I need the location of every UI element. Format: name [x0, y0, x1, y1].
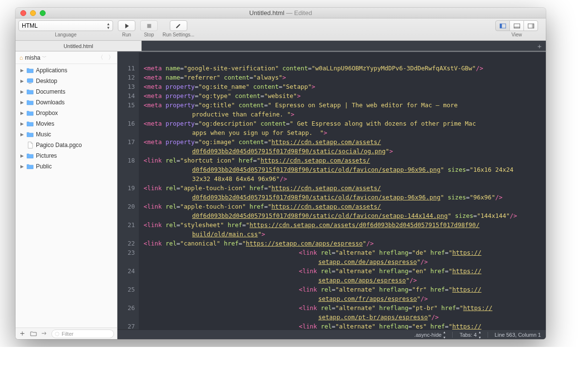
panel-left-icon: [500, 23, 506, 29]
language-select[interactable]: HTML ▴▾: [18, 20, 113, 31]
app-window: Untitled.html — Edited HTML ▴▾ Language …: [16, 8, 546, 339]
folder-icon: [26, 120, 34, 128]
folder-item[interactable]: ▶Applications: [16, 65, 117, 76]
desktop-icon: [26, 77, 34, 85]
disclosure-triangle-icon[interactable]: ▶: [19, 68, 24, 73]
folder-icon: [26, 131, 34, 138]
disclosure-triangle-icon[interactable]: ▶: [19, 111, 24, 115]
titlebar[interactable]: Untitled.html — Edited: [16, 8, 546, 18]
statusbar: .async-hide▴▾ Tabs: 4▴▾ Line 563, Column…: [117, 329, 546, 339]
folder-item[interactable]: ▶Music: [16, 129, 117, 140]
folder-icon: [26, 109, 34, 117]
item-label: Documents: [36, 88, 65, 95]
folder-icon: [26, 152, 34, 160]
home-icon: ⌂: [19, 54, 23, 61]
svg-rect-8: [29, 83, 32, 84]
disclosure-triangle-icon[interactable]: ▶: [19, 79, 24, 83]
tabbar: Untitled.html ＋: [16, 41, 546, 51]
run-button[interactable]: [118, 20, 135, 31]
status-position: Line 563, Column 1: [495, 332, 541, 338]
folder-item[interactable]: ▶Desktop: [16, 76, 117, 86]
disclosure-triangle-icon[interactable]: ▶: [19, 121, 24, 126]
add-button[interactable]: ＋: [18, 329, 26, 339]
item-label: Movies: [36, 120, 54, 127]
status-scope[interactable]: .async-hide▴▾: [414, 330, 445, 339]
close-window-button[interactable]: [20, 10, 26, 16]
stop-button[interactable]: [140, 20, 158, 31]
nav-forward-button[interactable]: 〉: [108, 53, 114, 62]
view-bottom-panel-button[interactable]: [509, 20, 524, 31]
svg-rect-7: [27, 79, 33, 82]
folder-item[interactable]: ▶Movies: [16, 118, 117, 129]
sidebar: ⌂ misha ﹀ 〈 〉 ▶Applications▶Desktop▶Docu…: [16, 51, 117, 339]
panel-right-icon: [528, 23, 534, 29]
item-label: Public: [36, 163, 52, 170]
disclosure-triangle-icon[interactable]: ▶: [19, 89, 24, 94]
action-button[interactable]: [41, 329, 48, 338]
filter-icon: ◌: [55, 330, 60, 337]
nav-back-button[interactable]: 〈: [98, 53, 103, 62]
folder-item[interactable]: ▶Dropbox: [16, 108, 117, 118]
new-folder-button[interactable]: [30, 329, 37, 338]
svg-rect-6: [532, 24, 534, 28]
item-label: Pictures: [36, 152, 57, 159]
play-icon: [124, 23, 130, 29]
folder-outline-icon: [30, 330, 37, 336]
svg-rect-0: [147, 24, 151, 28]
disclosure-triangle-icon[interactable]: ▶: [19, 164, 24, 169]
editor: 1112131415161718192021222324252627 <meta…: [117, 51, 546, 339]
maximize-window-button[interactable]: [40, 10, 46, 16]
updown-icon: ▴▾: [107, 22, 110, 30]
view-segmented: [495, 20, 538, 31]
run-settings-button[interactable]: [170, 20, 187, 31]
disclosure-triangle-icon[interactable]: ▶: [19, 100, 24, 105]
stop-icon: [146, 23, 152, 29]
status-tabs[interactable]: Tabs: 4▴▾: [459, 330, 480, 339]
folder-icon: [26, 163, 34, 170]
item-label: Pagico Data.pgco: [36, 142, 82, 148]
panel-bottom-icon: [514, 23, 520, 29]
line-gutter[interactable]: 1112131415161718192021222324252627: [117, 52, 139, 329]
sidebar-footer: ＋ ◌ Filter: [16, 328, 117, 339]
svg-rect-4: [514, 26, 520, 28]
file-icon: [26, 141, 34, 149]
file-item[interactable]: Pagico Data.pgco: [16, 140, 117, 150]
disclosure-triangle-icon[interactable]: ▶: [19, 153, 24, 158]
folder-icon: [26, 66, 34, 74]
code-content[interactable]: <meta name="google-site-verification" co…: [139, 52, 546, 329]
tab-strip: ＋: [142, 41, 546, 51]
filter-input[interactable]: ◌ Filter: [51, 329, 114, 338]
breadcrumb[interactable]: ⌂ misha ﹀ 〈 〉: [16, 51, 117, 64]
folder-item[interactable]: ▶Pictures: [16, 150, 117, 161]
item-label: Music: [36, 131, 51, 138]
folder-item[interactable]: ▶Documents: [16, 86, 117, 97]
item-label: Downloads: [36, 99, 65, 106]
file-tab[interactable]: Untitled.html: [16, 41, 142, 51]
disclosure-triangle-icon[interactable]: ▶: [19, 132, 24, 137]
minimize-window-button[interactable]: [30, 10, 36, 16]
arrow-icon: [41, 330, 48, 336]
toolbar: HTML ▴▾ Language Run Stop Run Settings..…: [16, 18, 546, 41]
folder-item[interactable]: ▶Public: [16, 161, 117, 172]
item-label: Dropbox: [36, 110, 58, 116]
item-label: Applications: [36, 67, 67, 74]
folder-icon: [26, 99, 34, 106]
chevron-down-icon: ﹀: [42, 54, 47, 61]
view-left-panel-button[interactable]: [495, 20, 510, 31]
folder-item[interactable]: ▶Downloads: [16, 97, 117, 108]
item-label: Desktop: [36, 78, 57, 84]
svg-rect-2: [500, 24, 502, 28]
file-tree: ▶Applications▶Desktop▶Documents▶Download…: [16, 64, 117, 328]
window-title: Untitled.html — Edited: [16, 9, 546, 16]
folder-icon: [26, 88, 34, 96]
traffic-lights: [16, 10, 46, 16]
view-right-panel-button[interactable]: [523, 20, 538, 31]
wrench-icon: [175, 23, 181, 29]
new-tab-button[interactable]: ＋: [536, 42, 543, 51]
